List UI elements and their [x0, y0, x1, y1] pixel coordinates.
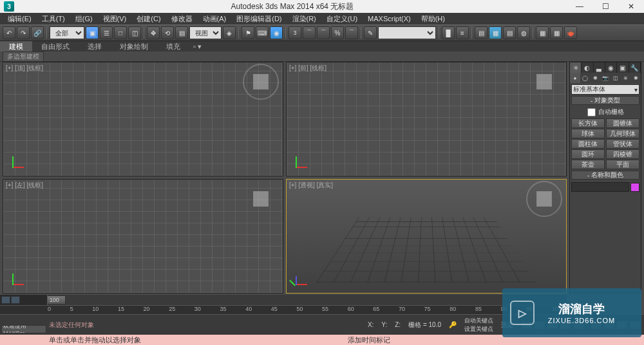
named-sel-button[interactable]: ✎ — [364, 26, 377, 39]
menu-tools[interactable]: 工具(T) — [37, 14, 70, 24]
ribbon-tab-populate[interactable]: 填充 — [157, 41, 189, 51]
color-swatch[interactable] — [630, 183, 639, 192]
subtab-spacewarps[interactable]: ≋ — [621, 73, 631, 83]
btn-tube[interactable]: 管状体 — [606, 139, 639, 149]
subtab-shapes[interactable]: ◯ — [580, 73, 591, 83]
viewport-top[interactable]: [+] [顶] [线框] — [3, 62, 283, 176]
viewport-label[interactable]: [+] [左] [线框] — [6, 181, 43, 190]
track-bar[interactable]: 0510152025303540455055606570758085909510… — [0, 305, 567, 314]
btn-cylinder[interactable]: 圆柱体 — [571, 139, 605, 149]
viewcube[interactable] — [531, 186, 557, 212]
menu-view[interactable]: 视图(V) — [98, 14, 132, 24]
select-window-button[interactable]: ◫ — [128, 26, 141, 39]
select-manip-button[interactable]: ⚑ — [242, 26, 254, 39]
subtab-systems[interactable]: ✱ — [630, 73, 641, 83]
snap-toggle-button[interactable]: ◉ — [270, 26, 283, 39]
tab-hierarchy[interactable]: ▃ — [594, 62, 605, 73]
subtab-cameras[interactable]: 📷 — [600, 73, 611, 83]
addtime-label[interactable]: 添加时间标记 — [348, 335, 390, 345]
maximize-button[interactable]: ☐ — [592, 0, 618, 13]
keyboard-shortcut-button[interactable]: ⌨ — [256, 26, 269, 39]
tab-create[interactable]: ✳ — [570, 62, 582, 73]
ribbon-min-icon[interactable]: ▫ ▾ — [189, 41, 205, 51]
named-selection-dropdown[interactable] — [378, 26, 436, 39]
viewport-left[interactable]: [+] [左] [线框] — [3, 179, 283, 294]
auto-key-button[interactable]: 自动关键点 — [464, 317, 493, 325]
menu-modifiers[interactable]: 修改器 — [166, 14, 198, 24]
menu-group[interactable]: 组(G) — [70, 14, 98, 24]
viewcube[interactable] — [531, 69, 557, 95]
viewport-label[interactable]: [+] [前] [线框] — [289, 64, 327, 73]
mini-btn[interactable] — [1, 296, 10, 304]
category-dropdown[interactable]: 标准基本体▾ — [571, 84, 639, 95]
layer-button[interactable]: ▤ — [475, 26, 488, 39]
rotate-button[interactable]: ⟲ — [161, 26, 174, 39]
move-button[interactable]: ✥ — [147, 26, 160, 39]
spinner-button[interactable]: ⌒ — [345, 26, 358, 39]
btn-pyramid[interactable]: 四棱锥 — [606, 149, 639, 159]
subtab-lights[interactable]: ✺ — [590, 73, 600, 83]
object-name-input[interactable] — [571, 182, 629, 192]
viewcube[interactable] — [248, 69, 274, 95]
key-icon[interactable]: 🔑 — [445, 321, 460, 328]
angle-snap-button[interactable]: 3 — [289, 26, 301, 39]
redo-button[interactable]: ↷ — [17, 26, 30, 39]
tab-modify[interactable]: ◐ — [582, 62, 593, 73]
btn-teapot[interactable]: 茶壶 — [571, 160, 605, 169]
viewport-perspective[interactable]: [+] [透视] [真实] — [286, 179, 567, 294]
menu-animation[interactable]: 动画(A) — [198, 14, 232, 24]
btn-sphere[interactable]: 球体 — [571, 129, 605, 138]
ribbon-tab-objectpaint[interactable]: 对象绘制 — [111, 41, 157, 51]
app-icon[interactable]: 3 — [4, 1, 14, 12]
minimize-button[interactable]: — — [567, 0, 592, 13]
tab-motion[interactable]: ◉ — [605, 62, 617, 73]
mirror-button[interactable]: ▐▌ — [442, 26, 455, 39]
viewport-front[interactable]: [+] [前] [线框] — [286, 62, 567, 176]
spinner-snap-button[interactable]: ⌒ — [317, 26, 330, 39]
time-slider-track[interactable]: ▶ 0 / 100 — [0, 295, 567, 305]
select-button[interactable]: ▣ — [86, 26, 99, 39]
percent-snap-button[interactable]: ⌒ — [303, 26, 316, 39]
viewcube[interactable] — [248, 186, 274, 212]
ribbon-tab-freeform[interactable]: 自由形式 — [32, 41, 79, 51]
viewport-label[interactable]: [+] [透视] [真实] — [289, 181, 333, 190]
rollout-object-type[interactable]: - 对象类型 — [571, 96, 639, 105]
ribbon-polymodeling[interactable]: 多边形建模 — [3, 51, 44, 62]
render-frame-button[interactable]: ▦ — [550, 26, 563, 39]
material-editor-button[interactable]: ◍ — [517, 26, 530, 39]
menu-create[interactable]: 创建(C) — [131, 14, 166, 24]
subtab-geometry[interactable]: ● — [570, 73, 580, 83]
percent-button[interactable]: % — [331, 26, 344, 39]
menu-maxscript[interactable]: MAXScript(X) — [363, 14, 416, 24]
align-button[interactable]: ≡ — [456, 26, 469, 39]
autogrid-checkbox[interactable]: 自动栅格 — [570, 106, 641, 118]
ribbon-tab-selection[interactable]: 选择 — [79, 41, 111, 51]
curve-editor-button[interactable]: ▦ — [489, 26, 502, 39]
subtab-helpers[interactable]: ◫ — [611, 73, 621, 83]
set-key-button[interactable]: 设置关键点 — [464, 325, 493, 333]
scale-button[interactable]: ▤ — [175, 26, 188, 39]
render-button[interactable]: 🫖 — [564, 26, 577, 39]
menu-edit[interactable]: 编辑(E) — [3, 14, 37, 24]
select-name-button[interactable]: ☰ — [100, 26, 113, 39]
tab-display[interactable]: ▣ — [617, 62, 629, 73]
render-setup-button[interactable]: ▦ — [536, 26, 549, 39]
menu-customize[interactable]: 自定义(U) — [321, 14, 363, 24]
btn-plane[interactable]: 平面 — [606, 160, 639, 169]
close-button[interactable]: ✕ — [618, 0, 644, 13]
ribbon-tab-modeling[interactable]: 建模 — [0, 41, 32, 51]
btn-box[interactable]: 长方体 — [571, 118, 605, 128]
btn-torus[interactable]: 圆环 — [571, 149, 605, 159]
btn-cone[interactable]: 圆锥体 — [606, 118, 639, 128]
viewport-label[interactable]: [+] [顶] [线框] — [6, 64, 43, 73]
menu-render[interactable]: 渲染(R) — [287, 14, 321, 24]
pivot-button[interactable]: ◈ — [223, 26, 236, 39]
tab-utilities[interactable]: 🔧 — [629, 62, 641, 73]
menu-help[interactable]: 帮助(H) — [416, 14, 450, 24]
select-rect-button[interactable]: □ — [114, 26, 127, 39]
undo-button[interactable]: ↶ — [3, 26, 15, 39]
schematic-button[interactable]: ▤ — [503, 26, 516, 39]
menu-grapheditor[interactable]: 图形编辑器(D) — [231, 14, 287, 24]
btn-geosphere[interactable]: 几何球体 — [606, 129, 639, 138]
link-button[interactable]: 🔗 — [31, 26, 44, 39]
